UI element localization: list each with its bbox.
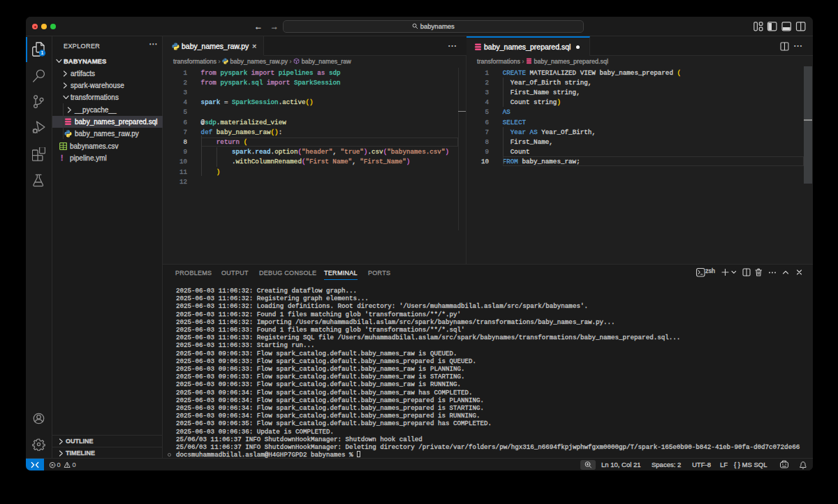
svg-text:0: 0 — [73, 461, 76, 468]
svg-text:1: 1 — [41, 50, 44, 55]
svg-text:0: 0 — [57, 461, 61, 468]
